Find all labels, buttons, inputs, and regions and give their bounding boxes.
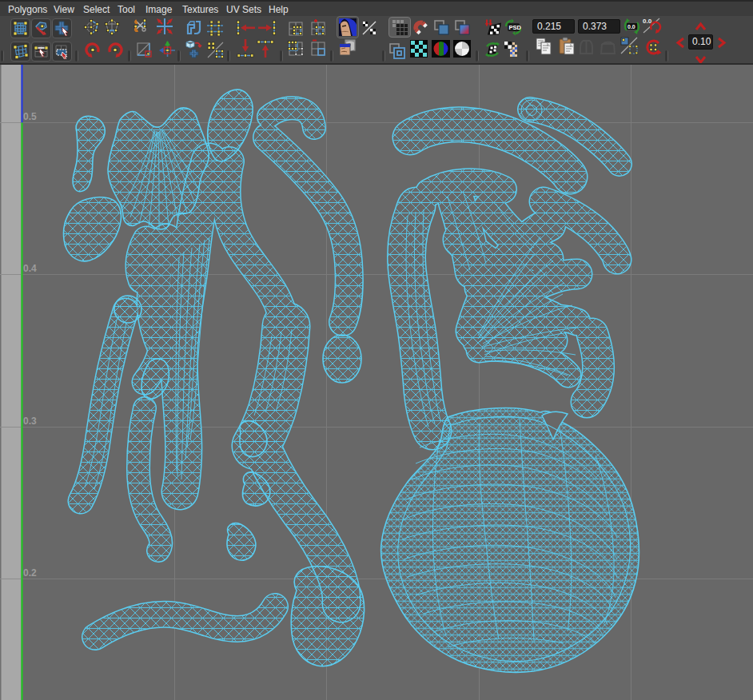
svg-text:0.0: 0.0 [643,18,652,25]
svg-text:0.5: 0.5 [23,111,37,122]
svg-text:0.4: 0.4 [23,263,37,274]
svg-text:0.2: 0.2 [23,567,37,579]
svg-text:PSD: PSD [509,24,522,31]
svg-text:0.3: 0.3 [23,416,37,427]
svg-text:0.0: 0.0 [628,24,635,30]
